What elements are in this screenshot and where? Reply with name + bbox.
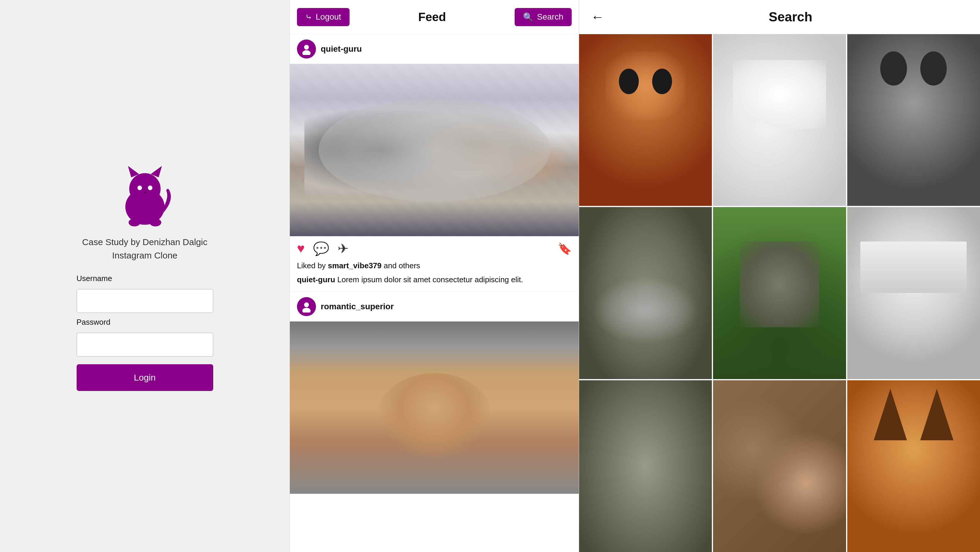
grid-cell-8[interactable]	[713, 380, 846, 552]
post-2-user-row: romantic_superior	[290, 292, 579, 321]
search-panel: ← Search	[579, 0, 980, 552]
grid-cell-9[interactable]	[847, 380, 980, 552]
svg-point-9	[304, 45, 309, 49]
grid-cell-7[interactable]	[579, 380, 712, 552]
username-input[interactable]	[76, 289, 213, 313]
password-label: Password	[76, 317, 213, 327]
post-1-likes: Liked by smart_vibe379 and others	[290, 261, 579, 270]
login-form: Username Password Login	[76, 274, 213, 391]
search-button[interactable]: 🔍 Search	[515, 8, 572, 26]
feed-title: Feed	[418, 10, 446, 24]
post-1-actions: ♥ 💬 ✈ 🔖	[290, 236, 579, 261]
svg-point-11	[304, 302, 309, 307]
comment-icon[interactable]: 💬	[313, 241, 329, 256]
like-icon[interactable]: ♥	[297, 241, 305, 256]
app-logo	[112, 161, 178, 227]
back-button[interactable]: ←	[591, 10, 604, 24]
post-1-user-row: quiet-guru	[290, 34, 579, 64]
login-button[interactable]: Login	[76, 364, 213, 391]
grid-cell-3[interactable]	[847, 34, 980, 206]
login-panel: Case Study by Denizhan Dalgic Instagram …	[0, 0, 290, 552]
grid-cell-4[interactable]	[579, 207, 712, 379]
feed-content: quiet-guru ♥ 💬 ✈ 🔖 Liked by smart_vibe37…	[290, 34, 579, 552]
login-subtitle: Case Study by Denizhan Dalgic Instagram …	[82, 235, 208, 262]
post-2: romantic_superior	[290, 292, 579, 494]
svg-point-6	[143, 191, 146, 193]
post-1-actions-left: ♥ 💬 ✈	[297, 241, 348, 256]
post-2-avatar	[297, 297, 316, 316]
share-icon[interactable]: ✈	[338, 241, 348, 256]
svg-point-12	[302, 308, 311, 313]
bookmark-icon[interactable]: 🔖	[558, 242, 572, 255]
svg-point-4	[137, 186, 142, 190]
post-1-caption: quiet-guru Lorem ipsum dolor sit amet co…	[290, 273, 579, 292]
post-1-avatar	[297, 40, 316, 59]
logout-icon: ⤷	[305, 12, 312, 22]
post-1-username: quiet-guru	[321, 44, 362, 54]
grid-cell-1[interactable]	[579, 34, 712, 206]
feed-panel: ⤷ Logout Feed 🔍 Search quiet-guru	[290, 0, 579, 552]
grid-cell-6[interactable]	[847, 207, 980, 379]
svg-point-7	[129, 219, 140, 227]
password-input[interactable]	[76, 333, 213, 356]
search-title: Search	[613, 10, 968, 24]
feed-header: ⤷ Logout Feed 🔍 Search	[290, 0, 579, 34]
grid-cell-2[interactable]	[713, 34, 846, 206]
search-header: ← Search	[579, 0, 980, 34]
post-2-username: romantic_superior	[321, 302, 394, 311]
svg-point-1	[129, 173, 161, 205]
svg-point-8	[150, 219, 161, 227]
username-label: Username	[76, 274, 213, 283]
search-icon: 🔍	[523, 12, 533, 22]
post-1-image	[290, 64, 579, 236]
post-2-image	[290, 321, 579, 494]
svg-point-10	[302, 50, 311, 55]
search-grid	[579, 34, 980, 552]
grid-cell-5[interactable]	[713, 207, 846, 379]
svg-point-5	[148, 186, 152, 190]
post-1: quiet-guru ♥ 💬 ✈ 🔖 Liked by smart_vibe37…	[290, 34, 579, 292]
logout-button[interactable]: ⤷ Logout	[297, 8, 350, 26]
